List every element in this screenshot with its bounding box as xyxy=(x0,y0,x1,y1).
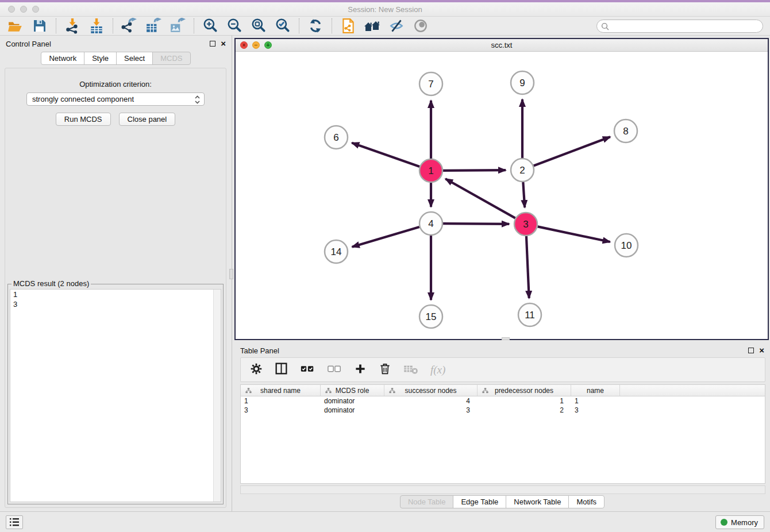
import-network-button[interactable] xyxy=(60,17,84,34)
edge-2-3[interactable] xyxy=(523,182,525,207)
network-window-titlebar[interactable]: scc.txt × − + xyxy=(236,39,768,52)
zoom-fit-button[interactable] xyxy=(247,17,271,34)
node-label: 1 xyxy=(428,165,433,176)
result-scrollbar[interactable] xyxy=(213,290,221,502)
show-panel-button[interactable] xyxy=(409,17,433,34)
mcds-result-group: MCDS result (2 nodes) 13 xyxy=(7,284,224,504)
open-session-button[interactable] xyxy=(3,17,28,34)
zoom-out-button[interactable] xyxy=(222,17,247,34)
memory-status-dot xyxy=(721,519,727,526)
toolbar-separator xyxy=(194,18,194,33)
column-header-name[interactable]: name xyxy=(571,385,620,396)
network-graph[interactable]: 7968124314101511 xyxy=(236,52,768,339)
node-14[interactable]: 14 xyxy=(325,240,348,263)
open-network-file-button[interactable] xyxy=(336,17,360,34)
hide-panel-button[interactable] xyxy=(384,17,409,34)
export-network-button[interactable] xyxy=(117,17,141,34)
list-icon xyxy=(9,518,20,527)
tab-network[interactable]: Network xyxy=(41,52,84,65)
column-header-shared-name[interactable]: shared name xyxy=(241,385,321,396)
network-close-button[interactable]: × xyxy=(240,41,248,49)
table-tab-network-table[interactable]: Network Table xyxy=(506,495,569,508)
select-all-button[interactable] xyxy=(300,363,315,377)
deselect-all-button[interactable] xyxy=(327,363,342,377)
edge-2-8[interactable] xyxy=(534,137,610,165)
table-hscrollbar[interactable] xyxy=(240,485,765,494)
edge-3-11[interactable] xyxy=(526,236,529,298)
network-window-grip[interactable] xyxy=(502,337,510,340)
export-table-button[interactable] xyxy=(141,17,165,34)
node-9[interactable]: 9 xyxy=(511,71,534,94)
panel-divider-grip[interactable] xyxy=(229,269,233,279)
float-panel-icon[interactable] xyxy=(210,41,215,47)
node-10[interactable]: 10 xyxy=(615,234,638,257)
hierarchy-icon xyxy=(245,388,252,394)
app-titlebar: Session: New Session xyxy=(0,2,770,17)
column-header-predecessor-nodes[interactable]: predecessor nodes xyxy=(478,385,571,396)
refresh-icon xyxy=(307,18,324,34)
tab-style[interactable]: Style xyxy=(84,52,117,65)
memory-button[interactable]: Memory xyxy=(715,515,764,529)
edge-1-6[interactable] xyxy=(352,143,419,167)
node-4[interactable]: 4 xyxy=(419,212,442,235)
save-session-button[interactable] xyxy=(28,17,52,34)
node-7[interactable]: 7 xyxy=(419,72,442,95)
close-panel-icon[interactable]: × xyxy=(221,41,226,47)
table-row[interactable]: 3dominator323 xyxy=(241,406,765,415)
edge-3-10[interactable] xyxy=(538,226,610,242)
zoom-selected-button[interactable] xyxy=(271,17,295,34)
import-table-button[interactable] xyxy=(84,17,109,34)
float-table-panel-icon[interactable] xyxy=(748,348,754,353)
function-builder-button[interactable]: f(x) xyxy=(430,364,445,376)
zoom-in-button[interactable] xyxy=(198,17,222,34)
toolbar-separator xyxy=(332,18,332,33)
optimization-select[interactable]: strongly connected component xyxy=(26,92,205,106)
home-button[interactable] xyxy=(360,17,384,34)
table-settings-button[interactable] xyxy=(250,363,263,377)
open-folder-icon xyxy=(7,18,24,34)
node-label: 15 xyxy=(426,311,437,322)
cell-MCDS-role: dominator xyxy=(321,396,384,406)
delete-table-button[interactable] xyxy=(403,363,418,377)
column-header-successor-nodes[interactable]: successor nodes xyxy=(384,385,478,396)
add-column-button[interactable] xyxy=(354,363,367,377)
node-3[interactable]: 3 xyxy=(514,213,537,236)
node-6[interactable]: 6 xyxy=(325,126,348,149)
mcds-result-list[interactable]: 13 xyxy=(10,289,221,502)
node-1[interactable]: 1 xyxy=(419,159,442,182)
edge-4-14[interactable] xyxy=(352,227,419,247)
table-tab-edge-table[interactable]: Edge Table xyxy=(453,495,506,508)
search-field[interactable] xyxy=(596,20,763,33)
network-canvas[interactable]: 7968124314101511 xyxy=(236,52,768,339)
node-label: 9 xyxy=(519,78,525,88)
export-image-button[interactable] xyxy=(165,17,190,34)
node-15[interactable]: 15 xyxy=(419,305,442,328)
close-panel-button[interactable]: Close panel xyxy=(119,113,176,126)
network-minimize-button[interactable]: − xyxy=(252,41,260,49)
edge-3-1[interactable] xyxy=(445,179,515,218)
node-table: shared nameMCDS rolesuccessor nodesprede… xyxy=(240,384,765,484)
run-mcds-button[interactable]: Run MCDS xyxy=(56,113,111,126)
table-row[interactable]: 1dominator411 xyxy=(241,396,765,406)
tab-select[interactable]: Select xyxy=(116,52,153,65)
trash-icon xyxy=(379,363,391,375)
close-table-panel-icon[interactable]: × xyxy=(759,348,764,353)
edge-1-2[interactable] xyxy=(443,170,506,171)
search-input[interactable] xyxy=(612,21,763,32)
network-maximize-button[interactable]: + xyxy=(264,41,272,49)
edge-4-3[interactable] xyxy=(443,223,509,224)
tab-mcds[interactable]: MCDS xyxy=(152,52,190,65)
node-2[interactable]: 2 xyxy=(511,159,534,182)
task-history-button[interactable] xyxy=(6,515,23,529)
hierarchy-icon xyxy=(389,388,395,394)
table-tab-node-table[interactable]: Node Table xyxy=(400,495,454,508)
zoom-selected-icon xyxy=(275,18,291,34)
show-columns-button[interactable] xyxy=(275,362,288,377)
column-header-MCDS-role[interactable]: MCDS role xyxy=(321,385,384,396)
refresh-button[interactable] xyxy=(303,17,328,34)
node-11[interactable]: 11 xyxy=(518,303,541,326)
delete-column-button[interactable] xyxy=(379,363,391,377)
node-8[interactable]: 8 xyxy=(614,119,637,142)
table-tab-motifs[interactable]: Motifs xyxy=(568,495,605,508)
hierarchy-icon xyxy=(325,388,332,394)
